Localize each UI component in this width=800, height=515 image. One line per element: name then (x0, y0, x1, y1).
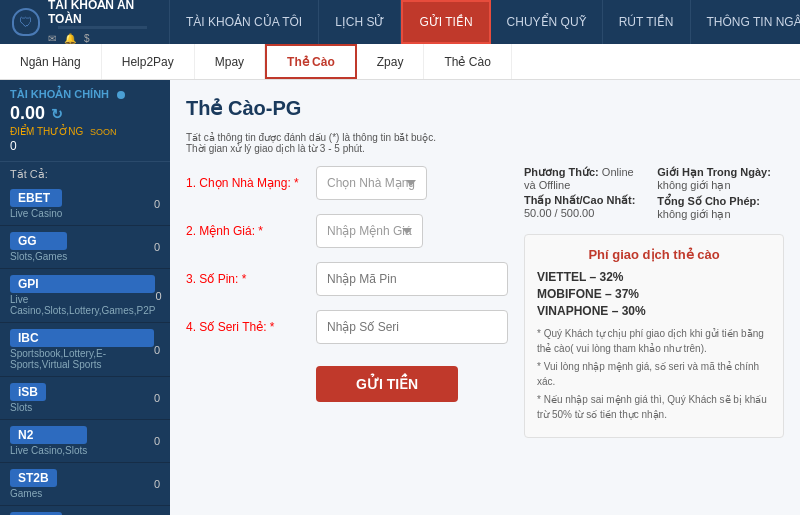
tab-mpay[interactable]: Mpay (195, 44, 265, 79)
nav-account[interactable]: TÀI KHOẢN CỦA TÔI (170, 0, 319, 44)
fee-box-title: Phí giao dịch thẻ cào (537, 247, 771, 262)
tab-bank[interactable]: Ngân Hàng (0, 44, 102, 79)
sidebar-balance: 0.00 ↻ (10, 103, 160, 124)
tab-the-cao-2[interactable]: Thẻ Cào (424, 44, 511, 79)
nav-send-money[interactable]: GỬI TIỀN (401, 0, 490, 44)
sidebar-section-title: Tất Cả: (0, 162, 170, 183)
label-serial: 4. Số Seri Thẻ: * (186, 320, 316, 334)
select-wrapper-denomination: Nhập Mệnh Giá (316, 214, 508, 248)
nav-bank-info[interactable]: THÔNG TIN NGÂN HÀNG (691, 0, 800, 44)
fee-note-1: * Quý Khách tự chịu phí giao dịch khi gử… (537, 326, 771, 356)
form-section: 1. Chọn Nhà Mạng: * Chọn Nhà Mạng 2. Mện… (186, 166, 508, 438)
form-row-2: 2. Mệnh Giá: * Nhập Mệnh Giá (186, 214, 508, 248)
logo-text: TÀI KHOẢN AN TOÀN (48, 0, 157, 26)
sidebar-item-st2b[interactable]: ST2B Games 0 (0, 463, 170, 506)
submit-button[interactable]: GỬI TIỀN (316, 366, 458, 402)
info-col-right: Giới Hạn Trong Ngày: không giới hạn Tổng… (657, 166, 784, 224)
icon-mail: ✉ (48, 33, 56, 44)
sidebar-item-isb[interactable]: iSB Slots 0 (0, 377, 170, 420)
main-layout: TÀI KHOẢN CHÍNH 0.00 ↻ ĐIỂM THƯỞNG SOON … (0, 80, 800, 515)
nav-withdraw[interactable]: RÚT TIỀN (603, 0, 691, 44)
sidebar-points-value: 0 (10, 139, 160, 153)
sidebar-item-ibc[interactable]: IBC Sportsbook,Lottery,E-Sports,Virtual … (0, 323, 170, 377)
sidebar: TÀI KHOẢN CHÍNH 0.00 ↻ ĐIỂM THƯỞNG SOON … (0, 80, 170, 515)
tab-help2pay[interactable]: Help2Pay (102, 44, 195, 79)
content-wrapper: 1. Chọn Nhà Mạng: * Chọn Nhà Mạng 2. Mện… (186, 166, 784, 438)
label-pin: 3. Số Pin: * (186, 272, 316, 286)
fee-note-2: * Vui lòng nhập mệnh giá, số seri và mã … (537, 359, 771, 389)
tab-the-cao-active[interactable]: Thẻ Cào (265, 44, 357, 79)
refresh-icon[interactable]: ↻ (51, 106, 63, 122)
sidebar-points: ĐIỂM THƯỞNG SOON (10, 126, 160, 137)
sidebar-item-gpi[interactable]: GPI Live Casino,Slots,Lottery,Games,P2P … (0, 269, 170, 323)
label-network: 1. Chọn Nhà Mạng: * (186, 176, 316, 190)
top-nav-links: TÀI KHOẢN CỦA TÔI LỊCH SỬ GỬI TIỀN CHUYỂ… (170, 0, 800, 44)
sidebar-item-ebet[interactable]: EBET Live Casino 0 (0, 183, 170, 226)
tab-zpay[interactable]: Zpay (357, 44, 425, 79)
form-notes: Tất cả thông tin được đánh dấu (*) là th… (186, 132, 784, 154)
info-section: Phương Thức: Online và Offline Thấp Nhất… (524, 166, 784, 438)
logo-area: 🛡 TÀI KHOẢN AN TOÀN ✉ 🔔 $ (0, 0, 170, 44)
sidebar-item-sa[interactable]: SA Live Casino 0 (0, 506, 170, 515)
fee-item-viettel: VIETTEL – 32% (537, 270, 771, 284)
submit-wrapper: GỬI TIỀN (186, 358, 508, 402)
nav-history[interactable]: LỊCH SỬ (319, 0, 401, 44)
select-denomination[interactable]: Nhập Mệnh Giá (316, 214, 423, 248)
input-pin[interactable] (316, 262, 508, 296)
main-content: Thẻ Cào-PG Tất cả thông tin được đánh dấ… (170, 80, 800, 515)
form-row-3: 3. Số Pin: * (186, 262, 508, 296)
fee-box: Phí giao dịch thẻ cào VIETTEL – 32% MOBI… (524, 234, 784, 438)
icon-dollar: $ (84, 33, 90, 44)
nav-transfer[interactable]: CHUYỂN QUỸ (491, 0, 603, 44)
fee-note-3: * Nếu nhập sai mệnh giá thì, Quý Khách s… (537, 392, 771, 422)
fee-item-mobifone: MOBIFONE – 37% (537, 287, 771, 301)
info-top: Phương Thức: Online và Offline Thấp Nhất… (524, 166, 784, 224)
fee-list: VIETTEL – 32% MOBIFONE – 37% VINAPHONE –… (537, 270, 771, 318)
fee-item-vinaphone: VINAPHONE – 30% (537, 304, 771, 318)
sidebar-item-n2[interactable]: N2 Live Casino,Slots 0 (0, 420, 170, 463)
label-denomination: 2. Mệnh Giá: * (186, 224, 316, 238)
top-navigation: 🛡 TÀI KHOẢN AN TOÀN ✉ 🔔 $ TÀI KHOẢN CỦA … (0, 0, 800, 44)
progress-bar (58, 26, 147, 29)
input-serial[interactable] (316, 310, 508, 344)
second-navigation: Ngân Hàng Help2Pay Mpay Thẻ Cào Zpay Thẻ… (0, 44, 800, 80)
form-row-4: 4. Số Seri Thẻ: * (186, 310, 508, 344)
dot-icon (117, 91, 125, 99)
page-title: Thẻ Cào-PG (186, 96, 784, 120)
info-col-left: Phương Thức: Online và Offline Thấp Nhất… (524, 166, 647, 224)
fee-notes: * Quý Khách tự chịu phí giao dịch khi gử… (537, 326, 771, 422)
account-title: TÀI KHOẢN CHÍNH (10, 88, 160, 101)
sidebar-item-gg[interactable]: GG Slots,Games 0 (0, 226, 170, 269)
form-row-1: 1. Chọn Nhà Mạng: * Chọn Nhà Mạng (186, 166, 508, 200)
icon-bell: 🔔 (64, 33, 76, 44)
sidebar-account: TÀI KHOẢN CHÍNH 0.00 ↻ ĐIỂM THƯỞNG SOON … (0, 80, 170, 162)
select-wrapper-network: Chọn Nhà Mạng (316, 166, 508, 200)
shield-icon: 🛡 (12, 8, 40, 36)
select-network[interactable]: Chọn Nhà Mạng (316, 166, 427, 200)
